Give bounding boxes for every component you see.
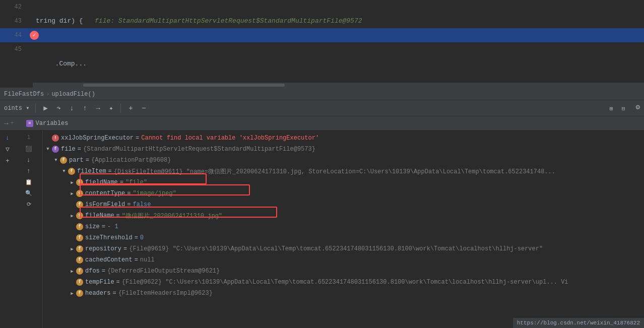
var-name-contenttype: contentType — [85, 190, 125, 197]
var-icon-dfos: f — [76, 268, 83, 275]
toolbar-sep-1 — [35, 104, 36, 113]
var-val-part: {ApplicationPart@9608} — [91, 157, 171, 164]
expand-isformfield — [69, 202, 75, 208]
var-icon-filename: f — [76, 212, 83, 219]
var-icon-tempfile: f — [76, 279, 83, 286]
var-row-dfos[interactable]: f dfos = {DeferredFileOutputStream@9621} — [43, 266, 644, 277]
toolbar-sep-2 — [120, 104, 121, 113]
var-icon-headers: f — [76, 290, 83, 297]
run-to-cursor-btn[interactable]: → — [92, 103, 103, 114]
var-icon-sizethreshold: f — [76, 234, 83, 241]
expand-fieldname — [69, 179, 75, 185]
code-editor: 42 43 tring dir) { file: StandardMultipa… — [0, 0, 644, 88]
code-line-42: 42 — [0, 0, 644, 14]
filter-btn[interactable]: ▽ — [3, 144, 13, 154]
variables-tab-label: Variables — [36, 120, 69, 127]
var-val-sizethreshold: 0 — [140, 234, 144, 241]
var-val-cachedcontent: null — [140, 256, 155, 264]
add-var-btn[interactable]: + — [3, 156, 13, 166]
add-watch-btn[interactable]: + — [125, 103, 136, 114]
evaluate-btn[interactable]: ✦ — [105, 103, 116, 114]
var-row-tempfile[interactable]: f tempFile = {File@9622} "C:\Users\10139… — [43, 277, 644, 288]
var-val-dfos: {DeferredFileOutputStream@9621} — [107, 268, 220, 275]
var-val-headers: {FileItemHeadersImpl@9623} — [118, 290, 213, 297]
var-row-contenttype[interactable]: f contentType = "image/jpeg" — [43, 188, 644, 199]
var-icon-contenttype: f — [76, 190, 83, 197]
var-name-dfos: dfos — [85, 268, 100, 275]
var-val-contenttype: "image/jpeg" — [133, 190, 176, 197]
var-name-file: file — [61, 146, 76, 153]
var-icon-isformfield: f — [76, 201, 83, 208]
var-eq-dfos: = — [102, 268, 105, 275]
sidebar-up-btn[interactable]: ↑ — [24, 166, 34, 176]
code-line-45: 45 — [0, 42, 644, 56]
var-eq-size: = — [102, 223, 105, 230]
var-icon-fieldname: f — [76, 179, 83, 186]
var-row-file[interactable]: f file = {StandardMultipartHttpServletRe… — [43, 144, 644, 155]
var-row-filename[interactable]: f fileName = "微信图片_20200624171310.jpg" — [43, 210, 644, 221]
variables-tab[interactable]: ≡ Variables — [22, 118, 73, 129]
var-val-fileitem: {DiskFileItem@9611} "name=微信图片_202006241… — [114, 167, 555, 176]
var-eq-cachedcontent: = — [135, 256, 138, 264]
var-val-isformfield: false — [133, 201, 151, 208]
var-row-fileitem[interactable]: f fileItem = {DiskFileItem@9611} "name=微… — [43, 166, 644, 177]
breadcrumb-bar: FileFastDfs › uploadFile() — [0, 88, 644, 100]
var-row-headers[interactable]: f headers = {FileItemHeadersImpl@9623} — [43, 288, 644, 299]
sidebar-search-btn[interactable]: 🔍 — [24, 188, 34, 198]
var-icon-file: f — [52, 146, 59, 153]
var-eq-fieldname: = — [120, 179, 123, 186]
line-number-44: 44 — [0, 28, 28, 42]
step-out-btn[interactable]: ↑ — [79, 103, 90, 114]
var-name-size: size — [85, 223, 100, 230]
var-row-size[interactable]: f size = - 1 — [43, 221, 644, 232]
main-layout: 42 43 tring dir) { file: StandardMultipa… — [0, 0, 644, 328]
var-eq-sizethreshold: = — [135, 234, 138, 241]
var-icon-fileitem: f — [68, 168, 75, 175]
settings-gear-icon[interactable]: ⚙ — [636, 103, 640, 111]
variables-tab-icon: ≡ — [26, 120, 33, 127]
left-actions: ↓ ▽ + l ⬛ ↓ ↑ 📋 🔍 ⟳ — [0, 130, 15, 328]
expand-contenttype — [69, 190, 75, 196]
var-row-repository[interactable]: f repository = {File@9619} "C:\Users\101… — [43, 243, 644, 254]
var-eq-isformfield: = — [127, 201, 131, 208]
breadcrumb-separator: › — [46, 91, 49, 98]
var-row-isformfield[interactable]: f isFormField = false — [43, 199, 644, 210]
sidebar-refresh-btn[interactable]: ⟳ — [24, 199, 34, 209]
var-name-filename: fileName — [85, 212, 114, 219]
sidebar-copy-btn[interactable]: 📋 — [24, 177, 34, 187]
var-eq-headers: = — [112, 290, 116, 297]
step-into-btn[interactable]: ↓ — [66, 103, 77, 114]
expand-headers — [69, 290, 75, 296]
sidebar-down-btn[interactable]: ↓ — [24, 155, 34, 165]
remove-watch-btn[interactable]: − — [138, 103, 149, 114]
var-row-cachedcontent[interactable]: f cachedContent = null — [43, 254, 644, 266]
expand-repository — [69, 246, 75, 252]
sidebar-btn-1: l — [24, 133, 34, 143]
var-name-repository: repository — [85, 245, 121, 252]
var-name-sizethreshold: sizeThreshold — [85, 234, 133, 241]
var-name-cachedcontent: cachedContent — [85, 256, 133, 264]
resume-btn[interactable]: ▶ — [40, 103, 51, 114]
var-row-sizethreshold[interactable]: f sizeThreshold = 0 — [43, 232, 644, 243]
expand-all-btn[interactable]: ⊞ — [606, 103, 617, 114]
breadcrumb-class: FileFastDfs — [4, 91, 44, 98]
var-icon-cachedcontent: f — [76, 256, 83, 264]
var-row-fieldname[interactable]: f fieldName = "file" — [43, 177, 644, 188]
var-name-xxljob: xxlJobSpringExecutor — [61, 135, 134, 142]
collapse-all-btn[interactable]: ⊟ — [618, 103, 629, 114]
var-row-part[interactable]: f part = {ApplicationPart@9608} — [43, 155, 644, 166]
tab-bar: → + ≡ Variables — [0, 116, 644, 130]
var-eq-fileitem: = — [108, 168, 112, 175]
down-arrow-btn[interactable]: ↓ — [3, 133, 13, 143]
var-eq-part: = — [86, 157, 89, 164]
sidebar-btn-2[interactable]: ⬛ — [24, 144, 34, 154]
var-icon-repository: f — [76, 245, 83, 252]
var-val-xxljob: Cannot find local variable 'xxlJobSpring… — [141, 135, 319, 142]
var-name-headers: headers — [85, 290, 110, 297]
expand-filename — [69, 213, 75, 219]
var-eq-filename: = — [116, 212, 120, 219]
step-over-btn[interactable]: ↷ — [53, 103, 64, 114]
status-bar: https://blog.csdn.net/weixin_41876822 — [513, 318, 644, 328]
var-icon-xxljob: ! — [52, 135, 59, 142]
var-row-xxljob[interactable]: ! xxlJobSpringExecutor = Cannot find loc… — [43, 133, 644, 144]
